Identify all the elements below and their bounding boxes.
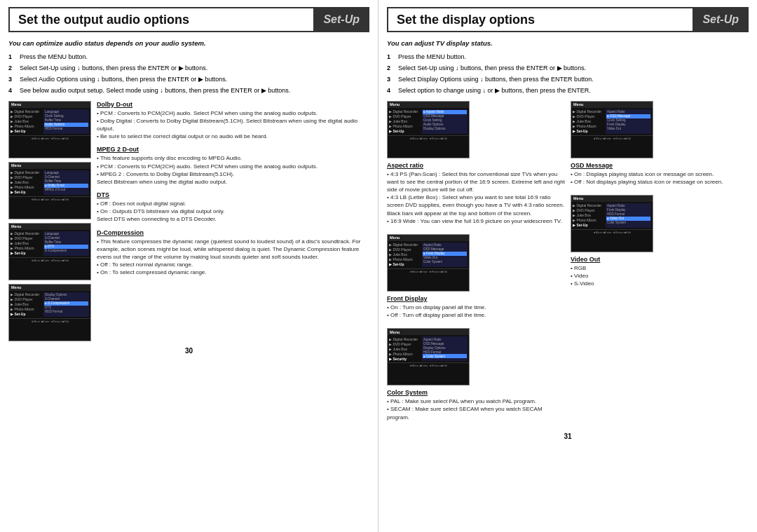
r-step-4-num: 4 [387, 86, 395, 95]
step-4: 4 See below audio output setup. Select m… [8, 86, 369, 95]
r-step-2: 2 Select Set-Up using ↓ buttons, then pr… [387, 64, 749, 72]
mm1-item-5: ▶ Set-Up [11, 129, 42, 134]
osd-item-4: ▶ Photo Album [573, 124, 604, 129]
desc-mpeg-title: MPEG 2 D-out [97, 146, 369, 153]
step-2-num: 2 [8, 64, 17, 72]
asp-body: ▶ Digital Recorder ▶ DVD Player ▶ Juke B… [388, 108, 469, 135]
left-steps: 1 Press the MENU button. 2 Select Set-Up… [8, 53, 369, 95]
desc-mpeg-text: • This feature supports only disc encodi… [97, 154, 369, 186]
mm3-body: ▶ Digital Recorder ▶ DVD Player ▶ Juke B… [9, 230, 90, 257]
step-2-text: Select Set-Up using ↓ buttons, then pres… [20, 64, 369, 72]
cs-item-3: ▶ Juke Box [389, 346, 421, 351]
osd-sub-5: Video Out [606, 127, 650, 131]
asp-item-4: ▶ Photo Album [389, 124, 421, 129]
step-3-num: 3 [8, 75, 17, 83]
osd-right: Aspect Ratio ● OSD Message Clock Setting… [606, 109, 651, 134]
mm2-item-4: ▶ Photo Album [11, 185, 42, 190]
mm3-footer: ◄Move ■Enter ◄Return ■Edit [9, 257, 90, 263]
mm2-footer: ◄Move ■Enter ◄Return ■Edit [9, 196, 90, 202]
right-col-2: Menu ▶ Digital Recorder ▶ DVD Player ▶ J… [571, 101, 749, 427]
mm3-item-2: ▶ DVD Player [11, 236, 42, 241]
mm2-left: ▶ Digital Recorder ▶ DVD Player ▶ Juke B… [11, 170, 42, 195]
osd-item-2: ▶ DVD Player [573, 114, 604, 119]
left-section: Set the output audio options Set-Up You … [0, 0, 378, 532]
desc-color-system: Color System • PAL : Make sure select PA… [387, 389, 565, 421]
asp-item-2: ▶ DVD Player [389, 114, 421, 119]
mm2-header: Menu [9, 163, 90, 169]
osd-screenshot: Menu ▶ Digital Recorder ▶ DVD Player ▶ J… [571, 101, 653, 158]
mm4-item-1: ▶ Digital Recorder [11, 292, 42, 297]
desc-dolby-title: Dolby D-out [97, 101, 369, 108]
cs-sub-5: ● Color System [423, 354, 467, 358]
mm3-right: Language 3-Channel Buffer Time ● DTS D-C… [43, 231, 89, 256]
mm2-sub-5: MPEG 2 D-out [44, 188, 88, 192]
fd-body: ▶ Digital Recorder ▶ DVD Player ▶ Juke B… [388, 241, 469, 268]
mm2-item-2: ▶ DVD Player [11, 175, 42, 180]
mm3-item-1: ▶ Digital Recorder [11, 231, 42, 236]
left-main-content: Menu ▶ Digital Recorder ▶ DVD Player ▶ J… [8, 101, 369, 341]
vo-sub-5: Color System [606, 221, 650, 225]
mm4-item-5: ▶ Set-Up [11, 312, 42, 317]
mm2-item-1: ▶ Digital Recorder [11, 170, 42, 175]
desc-cs-text: • PAL : Make sure select PAL when you wa… [387, 397, 565, 421]
step-3: 3 Select Audio Options using ↓ buttons, … [8, 75, 369, 83]
fd-left: ▶ Digital Recorder ▶ DVD Player ▶ Juke B… [389, 243, 421, 267]
vo-item-2: ▶ DVD Player [573, 208, 604, 213]
fd-right: Aspect Ratio OSD Message ● Front Display… [422, 243, 468, 267]
cs-body: ▶ Digital Recorder ▶ DVD Player ▶ Juke B… [388, 335, 469, 362]
desc-fd-text: • On : Turn on display panel all the tim… [387, 303, 565, 319]
mm4-item-4: ▶ Photo Album [11, 307, 42, 312]
mm4-body: ▶ Digital Recorder ▶ DVD Player ▶ Juke B… [9, 291, 90, 318]
mm2-right: Language 3-Channel Buffer Time ● Dolby D… [43, 170, 89, 195]
aspect-screenshot: Menu ▶ Digital Recorder ▶ DVD Player ▶ J… [387, 101, 470, 158]
asp-header: Menu [388, 102, 469, 108]
right-col-1: Menu ▶ Digital Recorder ▶ DVD Player ▶ J… [387, 101, 565, 427]
cs-left: ▶ Digital Recorder ▶ DVD Player ▶ Juke B… [389, 336, 421, 361]
r-step-4-text: Select option to change using ↓ or ▶ but… [398, 86, 749, 95]
desc-osd-text: • On : Displays playing status icon or m… [571, 170, 749, 186]
mm1-item-3: ▶ Juke Box [11, 119, 42, 124]
desc-dolby-text: • PCM : Converts to PCM(2CH) audio. Sele… [97, 109, 369, 141]
mm1-footer: ◄Move ■Enter ◄Return ■Edit [9, 135, 90, 141]
desc-cs-title: Color System [387, 389, 565, 396]
mm3-item-3: ▶ Juke Box [11, 241, 42, 246]
front-display-screenshot: Menu ▶ Digital Recorder ▶ DVD Player ▶ J… [387, 234, 470, 292]
desc-dcomp: D-Compression • This feature compresses … [97, 229, 369, 277]
desc-aspect: Aspect ratio • 4:3 PS (Pan-Scan) : Selec… [387, 162, 565, 225]
mm3-item-4: ▶ Photo Album [11, 246, 42, 251]
right-section-title: Set the display options [387, 7, 693, 32]
vo-header: Menu [571, 196, 653, 202]
cs-item-2: ▶ DVD Player [389, 341, 421, 346]
mm3-left: ▶ Digital Recorder ▶ DVD Player ▶ Juke B… [11, 231, 42, 256]
cs-footer: ◄Move ■Enter ◄Return ■Edit [388, 362, 469, 368]
fd-sub-5: Color System [423, 260, 467, 264]
osd-footer: ◄Move ■Enter ◄Return ■Edit [571, 135, 653, 141]
mm2-body: ▶ Digital Recorder ▶ DVD Player ▶ Juke B… [9, 169, 90, 196]
menu-screenshot-2: Menu ▶ Digital Recorder ▶ DVD Player ▶ J… [8, 162, 91, 219]
mm3-sub-5: D-Compression [44, 249, 88, 253]
mm4-footer: ◄Move ■Enter ◄Return ■Edit [9, 318, 90, 324]
mm3-header: Menu [9, 224, 90, 230]
mm1-item-1: ▶ Digital Recorder [11, 109, 42, 114]
cs-item-4: ▶ Photo Album [389, 351, 421, 356]
right-steps: 1 Press the MENU button. 2 Select Set-Up… [387, 53, 749, 95]
desc-dcomp-text: • This feature compresses the dynamic ra… [97, 238, 369, 277]
osd-item-1: ▶ Digital Recorder [573, 109, 604, 114]
left-page-number: 30 [8, 347, 369, 355]
mm4-item-3: ▶ Juke Box [11, 302, 42, 307]
color-system-screenshot: Menu ▶ Digital Recorder ▶ DVD Player ▶ J… [387, 328, 470, 386]
mm1-sub-5: HDD Format [44, 127, 88, 131]
step-4-text: See below audio output setup. Select mod… [20, 86, 369, 95]
vo-item-4: ▶ Photo Album [573, 218, 604, 223]
mm3-item-5: ▶ Set-Up [11, 251, 42, 256]
osd-item-5: ▶ Set-Up [573, 129, 604, 134]
r-step-3-num: 3 [387, 75, 395, 83]
desc-vo-text: • RGB• Video• S-Video [571, 264, 749, 288]
right-badge-label: Set-Up [702, 13, 739, 26]
osd-item-3: ▶ Juke Box [573, 119, 604, 124]
vo-footer: ◄Move ■Enter ◄Return ■Edit [571, 229, 653, 235]
r-step-1-text: Press the MENU button. [398, 53, 749, 61]
cs-item-1: ▶ Digital Recorder [389, 336, 421, 341]
cs-header: Menu [388, 329, 469, 335]
desc-vo-title: Video Out [571, 256, 749, 263]
